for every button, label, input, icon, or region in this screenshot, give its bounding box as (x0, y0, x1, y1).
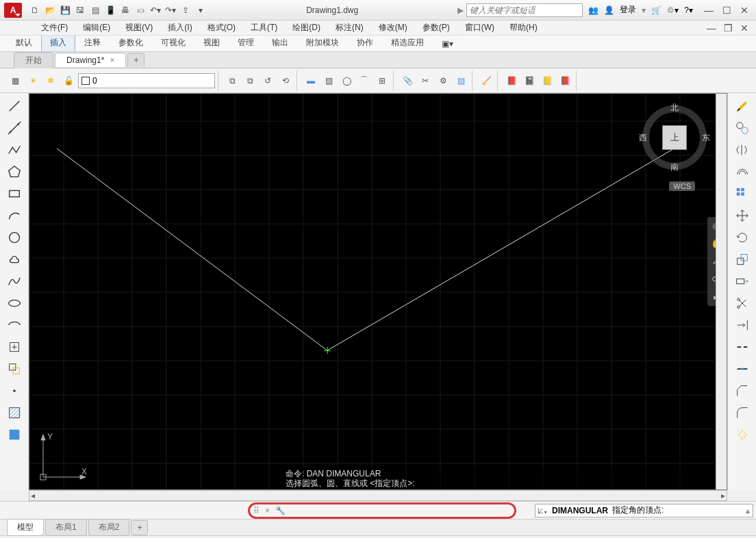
join-tool[interactable] (731, 359, 753, 379)
rotate-tool[interactable] (731, 227, 753, 248)
move-tool[interactable] (731, 205, 753, 226)
rtab-parametric[interactable]: 参数化 (110, 34, 152, 51)
viewcube-east[interactable]: 东 (702, 132, 710, 144)
palette1-icon[interactable]: 📕 (503, 73, 520, 89)
rtab-output[interactable]: 输出 (263, 34, 297, 51)
hatch-tool[interactable] (3, 402, 25, 423)
clean-icon[interactable]: 🧹 (478, 73, 494, 89)
help-icon[interactable]: ?▾ (684, 5, 693, 15)
viewcube-south[interactable]: 南 (670, 162, 679, 173)
new-icon[interactable]: 🗋 (29, 4, 41, 16)
point-tool[interactable] (3, 381, 25, 401)
view-cube[interactable]: 上 北 南 东 西 (640, 103, 709, 172)
chamfer-tool[interactable] (731, 381, 753, 401)
construction-line-tool[interactable] (3, 118, 25, 138)
hatch-icon[interactable]: ▨ (320, 73, 337, 89)
rtab-visualize[interactable]: 可视化 (152, 34, 194, 51)
ellipse-tool[interactable] (3, 293, 25, 313)
mdi-restore[interactable]: ❐ (720, 22, 735, 34)
app-switcher-icon[interactable]: ♲▾ (667, 5, 679, 15)
plot-icon[interactable]: ▭ (134, 4, 147, 16)
menu-insert[interactable]: 插入(I) (161, 21, 199, 35)
share-icon[interactable]: ⇪ (179, 4, 192, 16)
boundary-icon[interactable]: ◯ (338, 73, 355, 89)
insert-block-tool[interactable] (3, 337, 25, 357)
menu-window[interactable]: 窗口(W) (458, 21, 501, 35)
rtab-featured[interactable]: 精选应用 (382, 34, 433, 51)
rtab-collab[interactable]: 协作 (348, 34, 382, 51)
viewcube-north[interactable]: 北 (670, 102, 679, 114)
menu-file[interactable]: 文件(F) (34, 21, 75, 35)
layout-tab-1[interactable]: 布局1 (45, 519, 87, 536)
xref-icon[interactable]: ▤ (453, 73, 469, 89)
layout-tab-add[interactable]: + (131, 520, 148, 535)
login-link[interactable]: 登录 (620, 4, 636, 16)
extend-tool[interactable] (731, 315, 753, 335)
horizontal-scrollbar[interactable]: ◂ ▸ (29, 490, 727, 501)
undo-icon[interactable]: ↶▾ (149, 4, 162, 16)
scale-tool[interactable] (731, 249, 753, 270)
offset-tool[interactable] (731, 162, 753, 182)
menu-parametric[interactable]: 参数(P) (416, 21, 457, 35)
menu-help[interactable]: 帮助(H) (503, 21, 544, 35)
rtab-annotate[interactable]: 注释 (75, 34, 110, 51)
help-search-input[interactable] (466, 3, 583, 17)
layout-tab-model[interactable]: 模型 (7, 519, 44, 536)
doc-tab-add[interactable]: + (127, 53, 144, 67)
close-icon[interactable]: × (110, 55, 114, 65)
user-icon[interactable]: 👥 (588, 5, 598, 15)
rtab-expand[interactable]: ▣▾ (433, 36, 462, 51)
drawing-canvas[interactable]: /* grid drawn below via generated divs *… (29, 93, 727, 490)
rtab-manage[interactable]: 管理 (229, 34, 263, 51)
layer-prev-icon[interactable]: ↺ (260, 73, 276, 89)
layer-lock-icon[interactable]: 🔓 (60, 73, 77, 89)
maximize-button[interactable]: ☐ (719, 4, 734, 16)
explode-tool[interactable] (731, 424, 753, 445)
layer-dropdown[interactable]: 0 (78, 73, 215, 88)
layer-sun-icon[interactable]: ☀ (25, 73, 41, 89)
menu-view[interactable]: 视图(V) (118, 21, 160, 35)
vertical-scrollbar[interactable] (716, 94, 727, 489)
cmdline-customize-icon[interactable]: 🔧 (275, 506, 286, 515)
layer-states-icon[interactable]: ⧉ (224, 73, 240, 89)
redo-icon[interactable]: ↷▾ (164, 4, 177, 16)
arc-tool[interactable] (3, 205, 25, 226)
menu-edit[interactable]: 编辑(E) (76, 21, 117, 35)
rtab-addins[interactable]: 附加模块 (297, 34, 348, 51)
stretch-tool[interactable] (731, 271, 753, 292)
print-icon[interactable]: 🖶 (119, 4, 131, 16)
menu-modify[interactable]: 修改(M) (372, 21, 414, 35)
qat-more-icon[interactable]: ▾ (194, 4, 207, 16)
menu-dimension[interactable]: 标注(N) (329, 21, 370, 35)
menu-draw[interactable]: 绘图(D) (286, 21, 327, 35)
ellipse-arc-tool[interactable] (3, 315, 25, 335)
mdi-close[interactable]: ✕ (737, 22, 752, 34)
rectangle-tool[interactable] (3, 183, 25, 204)
layer-match-icon[interactable]: ⟲ (277, 73, 294, 89)
polyline-tool[interactable] (3, 140, 25, 160)
polygon-tool[interactable] (3, 162, 25, 182)
spline-tool[interactable] (3, 271, 25, 292)
wcs-badge[interactable]: WCS (669, 181, 695, 191)
rtab-view[interactable]: 视图 (194, 34, 229, 51)
palette3-icon[interactable]: 📒 (539, 73, 555, 89)
mirror-tool[interactable] (731, 140, 753, 160)
cart-icon[interactable]: 🛒 (651, 5, 662, 15)
viewcube-west[interactable]: 西 (639, 132, 647, 144)
break-tool[interactable] (731, 337, 753, 357)
adjust-icon[interactable]: ⚙ (435, 73, 451, 89)
save-icon[interactable]: 💾 (59, 4, 71, 16)
mobile-icon[interactable]: 📱 (104, 4, 116, 16)
gradient-tool[interactable] (3, 424, 25, 445)
palette4-icon[interactable]: 📕 (557, 73, 573, 89)
copy-tool[interactable] (731, 118, 753, 138)
cmdline-grip-icon[interactable]: ⠿ (253, 506, 260, 515)
cmdline-expand-icon[interactable]: ▴ (746, 506, 750, 515)
fillet-tool[interactable] (731, 402, 753, 423)
mdi-minimize[interactable]: — (704, 22, 719, 34)
layout-tab-2[interactable]: 布局2 (88, 519, 130, 536)
app-menu-button[interactable]: A (4, 3, 22, 18)
arc-icon[interactable]: ⌒ (356, 73, 373, 89)
doc-tab-drawing1[interactable]: Drawing1*× (55, 53, 126, 67)
layer-iso-icon[interactable]: ⧉ (242, 73, 258, 89)
